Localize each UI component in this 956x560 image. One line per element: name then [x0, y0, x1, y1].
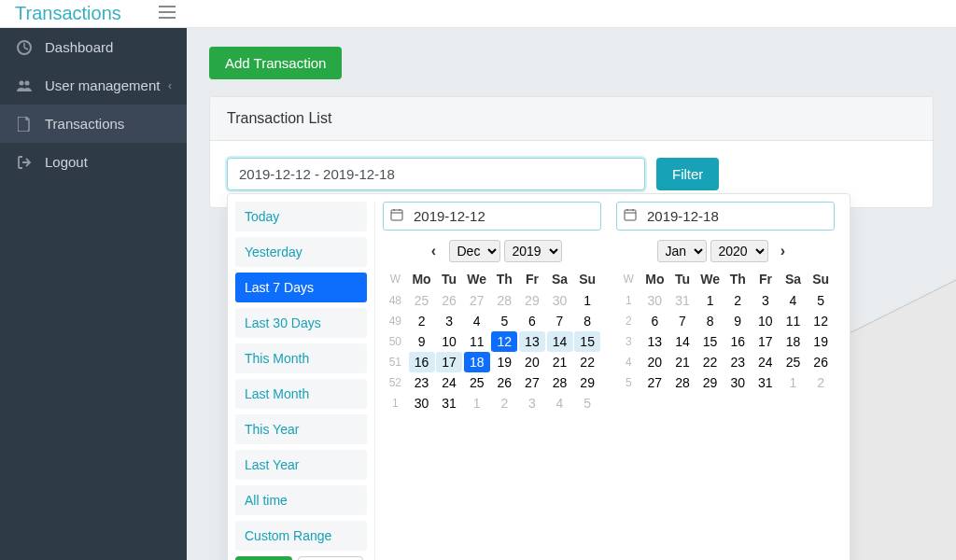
calendar-day[interactable]: 2	[491, 393, 519, 413]
calendar-day[interactable]: 8	[696, 311, 724, 331]
calendar-day[interactable]: 16	[724, 331, 752, 352]
sidebar-item-transactions[interactable]: Transactions	[0, 105, 187, 143]
calendar-day[interactable]: 9	[408, 331, 436, 352]
calendar-day[interactable]: 24	[752, 352, 780, 372]
calendar-day[interactable]: 3	[752, 290, 780, 311]
calendar-day[interactable]: 25	[408, 290, 436, 311]
calendar-day[interactable]: 13	[518, 331, 546, 352]
calendar-day[interactable]: 14	[546, 331, 574, 352]
calendar-day[interactable]: 6	[518, 311, 546, 331]
calendar-day[interactable]: 29	[518, 290, 546, 311]
calendar-day[interactable]: 27	[518, 372, 546, 393]
calendar-day[interactable]: 4	[546, 393, 574, 413]
drp-range-option[interactable]: This Month	[235, 343, 367, 373]
calendar-day[interactable]: 27	[463, 290, 491, 311]
calendar-day[interactable]: 20	[641, 352, 669, 372]
calendar-day[interactable]: 2	[807, 372, 835, 393]
calendar-left-input[interactable]	[383, 202, 601, 231]
calendar-day[interactable]: 25	[463, 372, 491, 393]
calendar-day[interactable]: 12	[807, 311, 835, 331]
calendar-day[interactable]: 19	[491, 352, 519, 372]
calendar-day[interactable]: 5	[491, 311, 519, 331]
calendar-day[interactable]: 17	[435, 352, 463, 372]
calendar-day[interactable]: 19	[807, 331, 835, 352]
calendar-day[interactable]: 27	[641, 372, 669, 393]
calendar-day[interactable]: 7	[668, 311, 696, 331]
calendar-day[interactable]: 21	[546, 352, 574, 372]
calendar-day[interactable]: 1	[463, 393, 491, 413]
calendar-day[interactable]: 1	[696, 290, 724, 311]
calendar-day[interactable]: 10	[752, 311, 780, 331]
calendar-day[interactable]: 5	[807, 290, 835, 311]
calendar-day[interactable]: 30	[546, 290, 574, 311]
filter-button[interactable]: Filter	[656, 158, 719, 190]
calendar-day[interactable]: 28	[491, 290, 519, 311]
year-select-right[interactable]: 2020	[710, 240, 768, 262]
calendar-day[interactable]: 7	[546, 311, 574, 331]
menu-toggle-icon[interactable]	[159, 6, 176, 22]
drp-range-option[interactable]: Last 30 Days	[235, 308, 367, 338]
calendar-day[interactable]: 31	[435, 393, 463, 413]
calendar-day[interactable]: 5	[573, 393, 601, 413]
calendar-day[interactable]: 28	[546, 372, 574, 393]
drp-range-option[interactable]: Last Year	[235, 450, 367, 480]
calendar-day[interactable]: 29	[696, 372, 724, 393]
drp-range-option[interactable]: This Year	[235, 414, 367, 444]
calendar-day[interactable]: 4	[780, 290, 808, 311]
calendar-day[interactable]: 22	[573, 352, 601, 372]
calendar-day[interactable]: 6	[641, 311, 669, 331]
calendar-day[interactable]: 26	[435, 290, 463, 311]
calendar-day[interactable]: 3	[518, 393, 546, 413]
year-select-left[interactable]: 2019	[504, 240, 562, 262]
calendar-day[interactable]: 9	[724, 311, 752, 331]
date-range-input[interactable]	[227, 158, 645, 190]
drp-range-option[interactable]: Last 7 Days	[235, 273, 367, 302]
next-month-icon[interactable]: ›	[772, 243, 794, 259]
cancel-button[interactable]: Cancel	[298, 556, 363, 560]
calendar-day[interactable]: 31	[668, 290, 696, 311]
calendar-day[interactable]: 28	[668, 372, 696, 393]
drp-range-option[interactable]: Last Month	[235, 379, 367, 409]
calendar-day[interactable]: 14	[668, 331, 696, 352]
drp-range-option[interactable]: All time	[235, 485, 367, 515]
calendar-day[interactable]: 4	[463, 311, 491, 331]
calendar-day[interactable]: 29	[573, 372, 601, 393]
sidebar-item-user-management[interactable]: User management ‹	[0, 66, 187, 105]
add-transaction-button[interactable]: Add Transaction	[209, 47, 342, 79]
calendar-day[interactable]: 16	[408, 352, 436, 372]
calendar-day[interactable]: 30	[724, 372, 752, 393]
calendar-day[interactable]: 30	[641, 290, 669, 311]
sidebar-item-logout[interactable]: Logout	[0, 143, 187, 181]
sidebar-item-dashboard[interactable]: Dashboard	[0, 28, 187, 66]
month-select-right[interactable]: Jan	[657, 240, 707, 262]
calendar-day[interactable]: 23	[408, 372, 436, 393]
calendar-day[interactable]: 10	[435, 331, 463, 352]
calendar-day[interactable]: 1	[573, 290, 601, 311]
calendar-day[interactable]: 22	[696, 352, 724, 372]
calendar-day[interactable]: 26	[491, 372, 519, 393]
apply-button[interactable]: Apply	[235, 556, 292, 560]
month-select-left[interactable]: Dec	[449, 240, 500, 262]
calendar-day[interactable]: 31	[752, 372, 780, 393]
calendar-day[interactable]: 20	[518, 352, 546, 372]
calendar-day[interactable]: 12	[491, 331, 519, 352]
calendar-day[interactable]: 17	[752, 331, 780, 352]
calendar-day[interactable]: 13	[641, 331, 669, 352]
calendar-day[interactable]: 23	[724, 352, 752, 372]
calendar-day[interactable]: 15	[573, 331, 601, 352]
calendar-day[interactable]: 24	[435, 372, 463, 393]
calendar-day[interactable]: 11	[463, 331, 491, 352]
calendar-day[interactable]: 2	[724, 290, 752, 311]
calendar-day[interactable]: 2	[408, 311, 436, 331]
calendar-day[interactable]: 18	[780, 331, 808, 352]
calendar-day[interactable]: 1	[780, 372, 808, 393]
drp-range-option[interactable]: Today	[235, 202, 367, 231]
drp-range-option[interactable]: Yesterday	[235, 237, 367, 267]
calendar-day[interactable]: 11	[780, 311, 808, 331]
prev-month-icon[interactable]: ‹	[423, 243, 445, 259]
calendar-day[interactable]: 15	[696, 331, 724, 352]
calendar-day[interactable]: 18	[463, 352, 491, 372]
calendar-day[interactable]: 3	[435, 311, 463, 331]
calendar-day[interactable]: 25	[780, 352, 808, 372]
calendar-day[interactable]: 30	[408, 393, 436, 413]
